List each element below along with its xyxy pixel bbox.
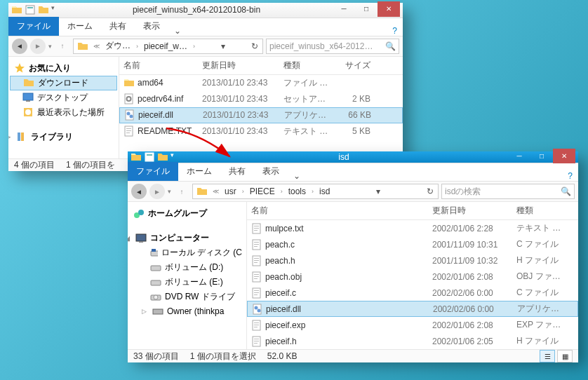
svg-rect-58 [254, 339, 259, 339]
tab-share[interactable]: 共有 [220, 162, 254, 181]
help-icon[interactable]: ? [387, 26, 403, 36]
history-dropdown[interactable]: ▾ [48, 43, 52, 50]
file-row[interactable]: mulpce.txt2002/01/06 2:28テキスト ドキュ [247, 220, 578, 236]
up-button[interactable]: ↑ [55, 39, 70, 54]
nav-computer[interactable]: ◢コンピューター [129, 231, 245, 245]
status-bar: 33 個の項目 1 個の項目を選択 52.0 KB ☰ ▦ [128, 349, 578, 362]
folder-icon [196, 186, 208, 197]
forward-button[interactable]: ► [30, 39, 46, 54]
expand-icon[interactable]: ▷ [8, 133, 13, 140]
help-icon[interactable]: ? [562, 171, 578, 181]
nav-local-disk-c[interactable]: ローカル ディスク (C [129, 245, 245, 260]
svg-rect-14 [126, 128, 131, 129]
file-row[interactable]: peach.c2001/11/09 10:31C ファイル [247, 236, 578, 252]
qat-dropdown[interactable]: ▾ [51, 4, 55, 15]
expand-icon[interactable]: ◢ [128, 235, 132, 242]
file-icon [251, 255, 262, 266]
file-row[interactable]: pieceif.c2002/02/06 0:00C ファイル [247, 285, 578, 301]
expand-icon[interactable]: ▷ [142, 308, 149, 315]
file-row[interactable]: README.TXT2013/01/10 23:43テキスト ド…5 KB [119, 123, 403, 140]
minimize-button[interactable]: ─ [333, 1, 355, 17]
toolbar-icon[interactable] [144, 151, 155, 163]
file-icon [252, 304, 263, 315]
crumb[interactable]: ダウ… [102, 40, 133, 52]
qat-dropdown[interactable]: ▾ [171, 151, 174, 163]
history-dropdown[interactable]: ▾ [168, 188, 171, 195]
nav-volume-e[interactable]: ボリューム (E:) [129, 275, 245, 290]
toolbar-icon[interactable] [38, 4, 49, 15]
breadcrumb-bar[interactable]: ≪ ダウ… › pieceif_w… › ▾ ↻ [73, 39, 263, 54]
file-row[interactable]: pcedrv64.inf2013/01/10 23:43セットアップ…2 KB [119, 91, 403, 107]
refresh-icon[interactable]: ↻ [248, 41, 261, 51]
tab-view[interactable]: 表示 [254, 162, 288, 181]
nav-favorites[interactable]: お気に入り [10, 61, 117, 76]
close-button[interactable]: ✕ [553, 149, 575, 164]
item-count: 4 個の項目 [14, 159, 55, 171]
nav-homegroup[interactable]: ホームグループ [129, 206, 245, 221]
folder-icon [77, 41, 88, 52]
toolbar-icon[interactable] [157, 151, 168, 163]
nav-volume-d[interactable]: ボリューム (D:) [129, 260, 245, 275]
tab-home[interactable]: ホーム [178, 162, 220, 181]
file-row[interactable]: pieceif.h2002/01/06 2:05H ファイル [247, 333, 578, 349]
back-button[interactable]: ◄ [12, 39, 27, 54]
back-button[interactable]: ◄ [131, 184, 147, 199]
col-date[interactable]: 更新日時 [198, 57, 279, 74]
breadcrumb-bar[interactable]: ≪ usr› PIECE› tools› isd ▾ ↻ [192, 184, 439, 199]
nav-dvd-drive[interactable]: DVD RW ドライブ [129, 290, 245, 304]
file-row[interactable]: pieceif.dll2002/02/06 0:00アプリケーション [247, 301, 578, 317]
details-view-button[interactable]: ☰ [540, 350, 555, 362]
file-row[interactable]: amd642013/01/10 23:43ファイル フォ… [119, 75, 403, 91]
ribbon-expand[interactable]: ⌄ [288, 171, 306, 181]
svg-rect-31 [254, 226, 259, 226]
search-input[interactable]: pieceif_winusb_x64-2012… 🔍 [266, 39, 399, 54]
column-headers[interactable]: 名前 更新日時 種類 サイズ [119, 57, 403, 75]
dropdown-icon[interactable]: ▾ [373, 186, 383, 196]
column-headers[interactable]: 名前 更新日時 種類 [247, 202, 578, 220]
svg-rect-21 [136, 234, 146, 241]
toolbar-icon[interactable] [25, 4, 36, 15]
crumb[interactable]: usr [222, 186, 239, 196]
col-type[interactable]: 種類 [279, 57, 333, 74]
titlebar[interactable]: ▾ pieceif_winusb_x64-20120108-bin ─ □ ✕ [8, 3, 403, 18]
svg-rect-7 [21, 133, 24, 141]
col-size[interactable]: サイズ [333, 57, 375, 74]
maximize-button[interactable]: □ [530, 149, 553, 164]
nav-downloads[interactable]: ダウンロード [10, 76, 117, 90]
dropdown-icon[interactable]: ▾ [218, 41, 228, 51]
crumb[interactable]: PIECE [247, 186, 278, 196]
file-row[interactable]: peach.obj2002/01/06 2:08OBJ ファイル [247, 269, 578, 285]
file-row[interactable]: pieceif.exp2002/01/06 2:08EXP ファイル [247, 317, 578, 333]
file-row[interactable]: pieceif.dll2013/01/10 23:43アプリケーシ…66 KB [119, 107, 403, 123]
tab-share[interactable]: 共有 [101, 17, 135, 36]
crumb[interactable]: pieceif_w… [141, 41, 190, 51]
tab-file[interactable]: ファイル [128, 162, 178, 181]
crumb[interactable]: isd [316, 186, 333, 196]
nav-recent[interactable]: 最近表示した場所 [10, 105, 117, 120]
svg-rect-36 [254, 244, 259, 245]
refresh-icon[interactable]: ↻ [424, 186, 436, 196]
ribbon: ファイル ホーム 共有 表示 ⌄ ? [8, 18, 403, 36]
search-input[interactable]: isdの検索 🔍 [441, 184, 575, 199]
crumb[interactable]: tools [286, 186, 309, 196]
icons-view-button[interactable]: ▦ [557, 350, 573, 362]
col-type[interactable]: 種類 [512, 202, 568, 219]
minimize-button[interactable]: ─ [508, 149, 530, 164]
up-button[interactable]: ↑ [174, 184, 189, 199]
nav-desktop[interactable]: デスクトップ [10, 90, 117, 105]
nav-network-owner[interactable]: ▷Owner (thinkpa [129, 304, 245, 318]
maximize-button[interactable]: □ [355, 1, 377, 17]
svg-rect-49 [254, 294, 258, 295]
tab-home[interactable]: ホーム [59, 17, 101, 36]
svg-point-52 [258, 308, 261, 312]
tab-file[interactable]: ファイル [8, 17, 59, 36]
col-date[interactable]: 更新日時 [428, 202, 512, 219]
tab-view[interactable]: 表示 [135, 17, 168, 36]
close-button[interactable]: ✕ [377, 1, 400, 17]
forward-button[interactable]: ► [149, 184, 165, 199]
file-row[interactable]: peach.h2001/11/09 10:32H ファイル [247, 252, 578, 269]
nav-libraries[interactable]: ▷ライブラリ [10, 130, 117, 144]
col-name[interactable]: 名前 [247, 202, 428, 219]
col-name[interactable]: 名前 [119, 57, 198, 74]
ribbon-expand[interactable]: ⌄ [168, 26, 187, 36]
